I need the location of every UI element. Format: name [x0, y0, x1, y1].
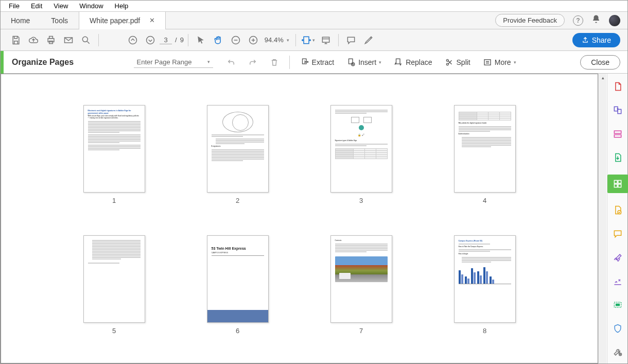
mail-icon[interactable]: [60, 32, 77, 48]
svg-rect-2: [49, 41, 53, 43]
page-down-icon[interactable]: [142, 32, 159, 48]
svg-rect-10: [322, 37, 329, 42]
search-icon[interactable]: [78, 32, 94, 48]
page-number-label: 6: [236, 327, 239, 335]
tab-document-label: White paper.pdf: [90, 16, 140, 25]
replace-label: Replace: [406, 58, 432, 66]
help-icon[interactable]: ?: [573, 15, 583, 26]
page-display-icon[interactable]: [318, 32, 334, 48]
more-button[interactable]: More ▾: [479, 54, 520, 71]
page-preview: 53 Twin Hill Express CAMPUS EXPRESS: [207, 235, 269, 323]
svg-rect-21: [614, 135, 621, 137]
workspace: Electronic and digital signatures in Ado…: [1, 74, 606, 363]
extract-button[interactable]: Extract: [296, 54, 339, 71]
organize-separator: [289, 56, 290, 69]
page-preview: 🔒 🖊 Signature types & Adobe Sign: [330, 105, 392, 193]
right-tools-rail: [607, 74, 627, 363]
tab-home[interactable]: Home: [1, 12, 41, 29]
page-thumbnail[interactable]: E-signatures 2: [191, 105, 284, 204]
hand-tool-icon[interactable]: [210, 32, 226, 48]
highlight-icon[interactable]: [360, 32, 377, 48]
redact-icon[interactable]: [611, 298, 624, 311]
vertical-scrollbar[interactable]: ▴: [598, 74, 606, 363]
replace-button[interactable]: Replace: [390, 54, 436, 71]
tab-tools[interactable]: Tools: [41, 12, 79, 29]
page6-heading: 53 Twin Hill Express: [212, 246, 264, 251]
accent-bar: [1, 51, 4, 74]
create-pdf-icon[interactable]: [611, 80, 624, 93]
select-tool-icon[interactable]: [193, 32, 209, 48]
page-separator: /: [175, 36, 177, 44]
page-indicator: 3 / 9: [160, 36, 184, 44]
close-tab-icon[interactable]: ✕: [149, 16, 155, 24]
page-thumbnail[interactable]: 🔒 🖊 Signature types & Adobe Sign 3: [315, 105, 408, 204]
chevron-down-icon: ▾: [207, 59, 210, 64]
close-button[interactable]: Close: [580, 55, 620, 70]
scroll-up-icon[interactable]: ▴: [599, 74, 607, 82]
menu-window[interactable]: Window: [74, 1, 108, 11]
svg-point-5: [129, 36, 137, 44]
svg-rect-25: [618, 184, 621, 187]
svg-rect-24: [614, 184, 617, 187]
cloud-upload-icon[interactable]: [25, 32, 42, 48]
zoom-out-icon[interactable]: [228, 32, 244, 48]
send-for-review-icon[interactable]: [611, 203, 624, 217]
notifications-icon[interactable]: [591, 14, 601, 26]
page-preview: Electronic and digital signatures in Ado…: [83, 105, 145, 193]
share-button[interactable]: Share: [572, 33, 620, 47]
page-thumbnail[interactable]: Contents 7: [315, 235, 408, 335]
undo-button[interactable]: [222, 54, 240, 71]
fit-width-icon[interactable]: ▾: [300, 32, 317, 48]
menu-file[interactable]: File: [4, 1, 25, 11]
menu-edit[interactable]: Edit: [26, 1, 47, 11]
page-preview: Contents: [330, 235, 392, 323]
account-avatar[interactable]: [609, 15, 620, 26]
save-icon[interactable]: [8, 32, 24, 48]
more-tools-icon[interactable]: [611, 345, 624, 359]
provide-feedback-button[interactable]: Provide Feedback: [495, 14, 565, 27]
redo-button[interactable]: [244, 54, 261, 71]
page-thumbnail[interactable]: Electronic and digital signatures in Ado…: [68, 105, 161, 204]
menu-bar: File Edit View Window Help: [1, 1, 627, 12]
tab-document[interactable]: White paper.pdf ✕: [79, 12, 166, 29]
page-preview: E-signatures: [207, 105, 269, 193]
protect-icon[interactable]: [611, 322, 624, 335]
svg-rect-22: [614, 180, 617, 183]
thumbnail-area[interactable]: Electronic and digital signatures in Ado…: [1, 74, 598, 363]
zoom-in-icon[interactable]: [245, 32, 261, 48]
comment-tool-icon[interactable]: [611, 227, 624, 240]
zoom-select[interactable]: 94.4% ▾: [263, 36, 291, 44]
insert-button[interactable]: Insert ▾: [342, 54, 386, 71]
menu-view[interactable]: View: [48, 1, 73, 11]
combine-files-icon[interactable]: [611, 103, 624, 117]
page-preview: Campus Express (Route 53) How to Take th…: [454, 235, 516, 323]
svg-rect-14: [396, 59, 400, 64]
main-toolbar: 3 / 9 94.4% ▾ ▾ Share: [1, 29, 627, 51]
delete-button[interactable]: [266, 54, 283, 71]
extract-label: Extract: [312, 58, 335, 66]
insert-label: Insert: [358, 58, 376, 66]
sign-icon[interactable]: [611, 274, 624, 288]
print-icon[interactable]: [43, 32, 59, 48]
page-up-icon[interactable]: [125, 32, 141, 48]
menu-help[interactable]: Help: [110, 1, 134, 11]
page-number-label: 2: [236, 197, 239, 204]
page6-subheading: CAMPUS EXPRESS: [212, 252, 264, 256]
organize-pages-icon[interactable]: [607, 175, 628, 193]
page-thumbnail[interactable]: Campus Express (Route 53) How to Take th…: [439, 235, 531, 335]
svg-rect-20: [614, 131, 621, 133]
page-thumbnail[interactable]: Why adobe the digital signature leader A…: [439, 105, 531, 204]
split-button[interactable]: Split: [441, 54, 475, 71]
toolbar-separator: [188, 34, 188, 46]
page-thumbnail[interactable]: 5: [68, 235, 161, 335]
fill-sign-icon[interactable]: [611, 251, 624, 264]
page-range-input[interactable]: Enter Page Range ▾: [134, 57, 213, 68]
page-number-label: 3: [359, 197, 363, 204]
page-thumbnail[interactable]: 53 Twin Hill Express CAMPUS EXPRESS 6: [191, 235, 284, 335]
comment-icon[interactable]: [343, 32, 359, 48]
export-pdf-icon[interactable]: [611, 151, 624, 164]
page-number-label: 4: [483, 197, 486, 204]
current-page-input[interactable]: 3: [160, 36, 172, 44]
svg-rect-23: [618, 180, 621, 183]
edit-pdf-icon[interactable]: [611, 127, 624, 141]
